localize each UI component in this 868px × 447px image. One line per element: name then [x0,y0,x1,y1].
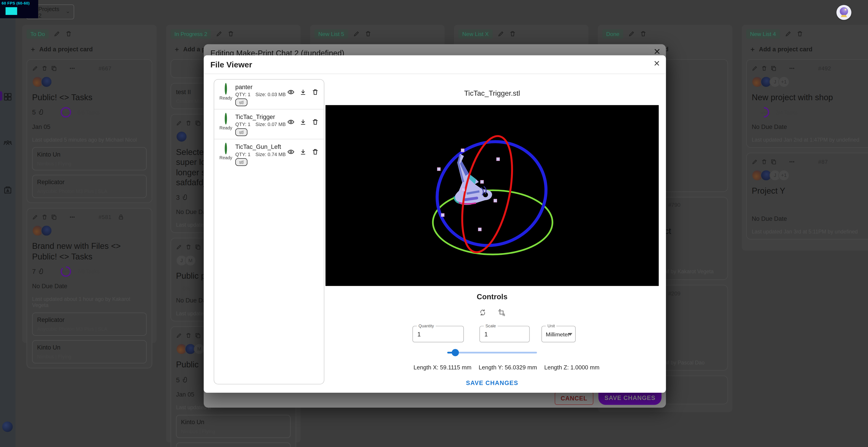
project-card[interactable]: #492 J +1 New project with shop 50% 2/4 … [746,59,868,148]
duplicate-card-icon[interactable] [771,65,777,71]
attachment-count: 5 [32,109,36,116]
file-row[interactable]: Ready TicTac_Gun_Left QTY: 1 Size: 0.74 … [214,139,324,169]
edit-column-icon[interactable] [498,30,504,37]
machine-item[interactable]: Kinto Un Nimbus | Flying [32,147,147,171]
user-avatar[interactable] [837,5,851,20]
duplicate-card-icon[interactable] [195,120,201,126]
download-icon[interactable] [300,118,307,126]
delete-file-icon[interactable] [312,148,319,156]
sidebar-user-avatar[interactable] [2,421,13,432]
edit-card-icon[interactable] [752,65,758,71]
unit-select[interactable]: Unit Millimeter [541,326,576,342]
delete-card-icon[interactable] [41,214,48,220]
preview-eye-icon[interactable] [287,148,294,156]
delete-card-icon[interactable] [761,65,767,71]
edit-column-icon[interactable] [628,30,635,37]
file-row[interactable]: Ready panter QTY: 1 Size: 0.03 MB stl [214,80,324,109]
add-project-card-button[interactable]: Add a project card [746,39,868,57]
edit-card-icon[interactable] [752,159,758,165]
project-card[interactable]: #581 Brand new with Files <> Public! <> … [27,208,152,368]
edit-column-icon[interactable] [353,30,360,37]
file-size: Size: 0.74 MB [255,151,286,157]
close-icon[interactable] [653,59,661,68]
more-options-icon[interactable] [789,159,795,165]
edit-column-icon[interactable] [216,30,223,37]
download-icon[interactable] [300,148,307,156]
duplicate-card-icon[interactable] [51,65,57,71]
file-type-badge: stl [235,158,247,166]
close-icon[interactable] [653,47,661,56]
machine-detail: Nimbus | Flying [181,428,286,434]
stl-3d-viewport[interactable] [326,105,659,286]
card-title[interactable]: Project Y [752,186,866,196]
crop-scale-icon[interactable] [498,309,505,316]
duplicate-card-icon[interactable] [195,244,201,250]
boards-nav-icon[interactable] [3,91,12,100]
edit-card-icon[interactable] [176,333,182,339]
machine-name: Kinto Un [181,418,286,425]
preview-eye-icon[interactable] [287,118,294,126]
delete-column-icon[interactable] [65,30,72,37]
delete-column-icon[interactable] [228,30,234,37]
machine-item[interactable]: Replicator Anycubic Photon M3 Plus | SLA [176,443,291,447]
due-date: No Due Date [752,124,866,130]
delete-card-icon[interactable] [185,333,191,339]
duplicate-card-icon[interactable] [771,159,777,165]
machine-item[interactable]: Replicator Anycubic Photon M3 Plus | SLA [32,175,147,198]
users-nav-icon[interactable] [3,138,12,146]
scale-input[interactable] [480,326,529,342]
status-label: Ready [218,126,234,131]
tasks-count: 2/4 Tasks [776,109,798,115]
scale-slider[interactable] [447,348,537,356]
delete-column-icon[interactable] [640,30,646,37]
duplicate-card-icon[interactable] [195,333,201,339]
more-options-icon[interactable] [69,65,75,71]
download-icon[interactable] [300,89,307,96]
delete-card-icon[interactable] [41,65,48,71]
delete-column-icon[interactable] [797,30,803,37]
edit-column-icon[interactable] [785,30,791,37]
edit-card-icon[interactable] [32,65,38,71]
machine-item[interactable]: Kinto Un Nimbus | Flying [176,415,291,438]
card-title[interactable]: Public! <> Tasks [32,92,147,102]
file-row[interactable]: Ready TicTac_Trigger QTY: 1 Size: 0.07 M… [214,109,324,139]
edit-card-icon[interactable] [176,120,182,126]
delete-card-icon[interactable] [761,159,767,165]
column-header: New List 5 [314,28,440,39]
duplicate-card-icon[interactable] [51,214,57,220]
delete-card-icon[interactable] [185,244,191,250]
add-project-card-button[interactable]: Add a project card [27,39,152,57]
delete-file-icon[interactable] [312,89,319,96]
machine-item[interactable]: Kinto Un Nimbus | Flying [32,340,147,363]
edit-column-icon[interactable] [54,30,60,37]
cancel-button[interactable]: CANCEL [554,391,593,405]
viewer-save-changes-button[interactable]: SAVE CHANGES [326,379,659,386]
slider-track[interactable] [447,352,537,353]
plus-icon [174,46,180,52]
status-ring-icon [225,83,227,95]
edit-card-icon[interactable] [32,214,38,220]
fps-graph [5,7,17,15]
dimensions-row: Length X: 59.1115 mm Length Y: 56.0329 m… [413,364,599,371]
file-name: TicTac_Gun_Left [235,143,281,150]
printer-nav-icon[interactable] [3,185,12,194]
more-options-icon[interactable] [69,214,75,220]
preview-eye-icon[interactable] [287,89,294,96]
project-card[interactable]: #87 J +1 Project Y No Due Date Last upda… [746,153,868,239]
card-title[interactable]: Brand new with Files <> Public! <> Tasks [32,241,134,262]
delete-column-icon[interactable] [509,30,516,37]
delete-column-icon[interactable] [365,30,371,37]
fps-meter: 60 FPS (60-60) [0,0,38,18]
delete-file-icon[interactable] [312,118,319,126]
app-root: 60 FPS (60-60) Projects 2 To Do Add a pr… [0,0,868,447]
slider-thumb[interactable] [452,349,459,356]
rotate-icon[interactable] [479,309,487,316]
quantity-input[interactable] [413,326,463,342]
project-card[interactable]: #667 Public! <> Tasks 5 100% 6/6 Tasks J… [27,59,152,203]
delete-card-icon[interactable] [185,120,191,126]
machine-item[interactable]: Replicator Anycubic Photon M3 Plus | SLA [32,312,147,336]
more-options-icon[interactable] [789,65,795,71]
progress-circle: 88% [60,266,71,277]
card-title[interactable]: New project with shop [752,92,866,102]
edit-card-icon[interactable] [176,244,182,250]
